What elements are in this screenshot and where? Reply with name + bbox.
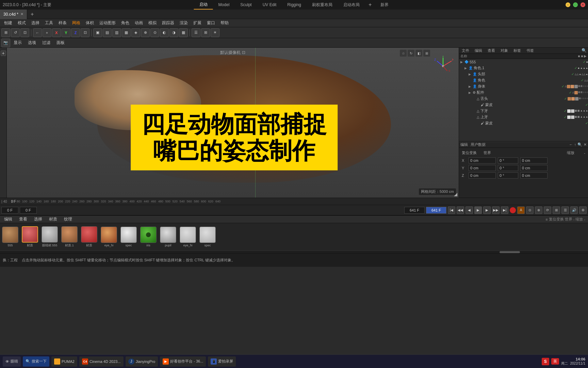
tb-obj9[interactable]: ◑ [169, 28, 178, 37]
menu-tools[interactable]: 工具 [42, 19, 56, 27]
tb-undo[interactable]: ← [33, 28, 42, 37]
transport-settings[interactable]: ⚙ [579, 206, 587, 214]
tree-item-lowertooth[interactable]: △ 下牙 ✓ ▦ ▦ ▲ ▲ ▲ [459, 108, 588, 114]
transport-play[interactable]: ▶ [474, 206, 482, 214]
material-item-spec1[interactable]: spec [120, 227, 137, 247]
material-item-mat2[interactable]: 材质 [80, 226, 98, 248]
tb-grid[interactable]: ▦ [179, 28, 188, 37]
rp-nav-search[interactable]: 🔍 [577, 142, 582, 147]
menu-mograph[interactable]: 运动图形 [97, 19, 118, 27]
tb-obj8[interactable]: ◐ [160, 28, 169, 37]
tab-rigging[interactable]: Rigging [282, 1, 307, 9]
tb-obj4[interactable]: ▦ [122, 28, 131, 37]
transport-next-key[interactable]: ▶ [483, 206, 491, 214]
transport-frame-2[interactable]: 0 F [20, 207, 37, 214]
tb-obj7[interactable]: ⊙ [150, 28, 159, 37]
tb2-camera[interactable]: 📷 [1, 39, 10, 47]
tb-light[interactable]: ☀ [211, 28, 219, 37]
materials-scrollbar[interactable] [0, 250, 588, 253]
tb2-filter[interactable]: 过滤 [39, 39, 53, 47]
tab-model[interactable]: Model [213, 1, 235, 9]
rp-nav-back[interactable]: ← [569, 142, 573, 147]
add-workspace-tab[interactable]: + [365, 2, 375, 8]
transform-y-pos[interactable] [469, 165, 496, 171]
transform-y-scale[interactable] [520, 165, 548, 171]
material-item-eyehi2[interactable]: eye_hi [179, 227, 197, 247]
transport-sound[interactable]: 🔊 [570, 206, 578, 214]
tree-item-555[interactable]: ▶ 🔷 555 ✓ ● [459, 59, 588, 65]
tb-obj5[interactable]: ◈ [131, 28, 140, 37]
tb-y[interactable]: Y [62, 28, 70, 37]
tb-box[interactable]: ⊡ [81, 28, 89, 37]
vc-btn3[interactable]: ◧ [415, 50, 422, 57]
file-tab-close[interactable]: ✕ [20, 12, 23, 16]
taskbar-item-eye[interactable]: 👁 眼睛 [3, 356, 21, 367]
taskbar-item-jianying[interactable]: J JianyingPro [126, 356, 158, 367]
material-item-mat1[interactable]: 材质.1 [61, 226, 78, 248]
material-item-spec2[interactable]: spec [199, 227, 216, 247]
tab-uvedit[interactable]: UV Edit [257, 1, 282, 9]
taskbar-item-haokan[interactable]: ▶ 好看创作平台 - 36... [160, 356, 206, 367]
tb-render[interactable]: ⊞ [201, 28, 210, 37]
left-add-btn[interactable]: + [1, 50, 6, 56]
tree-item-uppertooth[interactable]: △ 上牙 ✓ ▦ ▦ ▲ ▲ ▲ [459, 114, 588, 120]
transport-record[interactable] [510, 207, 516, 213]
material-item-555[interactable]: 555 [1, 227, 19, 247]
tb-z[interactable]: Z [71, 28, 80, 37]
transport-key5[interactable]: ☰ [561, 206, 569, 214]
maximize-button[interactable]: □ [573, 2, 578, 7]
menu-window[interactable]: 窗口 [204, 19, 218, 27]
tb-add[interactable]: + [43, 28, 51, 37]
rp-nav-close[interactable]: ✕ [584, 142, 587, 147]
transform-x-pos[interactable] [469, 157, 496, 164]
transport-key2[interactable]: ⊕ [535, 206, 542, 214]
taskbar-lang[interactable]: 英 [551, 358, 559, 365]
menu-animation[interactable]: 动画 [132, 19, 146, 27]
viewport[interactable]: 默认摄像机 ⊡ X Y Z −Z ☆ ↻ ◧ ⊞ 四足动物面部捕捉 嘴巴的姿态制… [7, 48, 459, 198]
minimize-button[interactable]: − [566, 2, 570, 7]
tb-select-all[interactable]: ⊞ [1, 28, 10, 37]
material-item-pupil[interactable]: pupil [159, 227, 177, 247]
add-file-tab[interactable]: + [27, 11, 37, 17]
transport-key3[interactable]: ⟳ [544, 206, 551, 214]
transform-x-rot[interactable] [498, 157, 518, 164]
tree-item-skin2[interactable]: 🖌 蒙皮 ✓ [459, 120, 588, 126]
menu-mode[interactable]: 模式 [15, 19, 29, 27]
transport-prev-frame[interactable]: ◀◀ [457, 206, 464, 214]
transform-x-scale[interactable] [520, 157, 548, 164]
mat-menu-edit[interactable]: 编辑 [1, 215, 15, 224]
tb-obj3[interactable]: ▥ [112, 28, 121, 37]
tree-item-body[interactable]: ▶ 👤 身体 ✓ △ ⊞ ⊞ ○ ○ ○ [459, 83, 588, 90]
transport-prev-key[interactable]: ◀ [466, 206, 473, 214]
transform-z-rot[interactable] [498, 172, 518, 179]
transport-total1[interactable]: 641 F [404, 207, 425, 214]
menu-extend[interactable]: 扩展 [191, 19, 204, 27]
tb-obj2[interactable]: ▤ [103, 28, 112, 37]
transport-total2[interactable]: 641 F [426, 207, 446, 214]
transport-key1[interactable]: ⊙ [526, 206, 534, 214]
rp-bottom-edit[interactable]: 编辑 [460, 142, 468, 147]
tb-select-rect[interactable]: ⊡ [20, 28, 29, 37]
material-item-mat[interactable]: 材质 [21, 226, 39, 248]
transport-next-frame[interactable]: ▶▶ [492, 206, 500, 214]
rp-tab-object[interactable]: 对象 [499, 48, 509, 53]
transform-z-scale[interactable] [520, 172, 548, 179]
tb-display[interactable]: ☰ [192, 28, 200, 37]
tab-sculpt[interactable]: Sculpt [235, 1, 257, 9]
transform-z-pos[interactable] [469, 172, 496, 179]
taskbar-item-puma[interactable]: PUMA2 [51, 356, 77, 367]
taskbar-item-c4d[interactable]: C4 Cinema 4D 2023... [79, 356, 124, 367]
menu-character[interactable]: 角色 [118, 19, 132, 27]
menu-tracker[interactable]: 跟踪器 [159, 19, 177, 27]
transport-key4[interactable]: ⊞ [553, 206, 560, 214]
tab-weight[interactable]: 刷权重布局 [307, 1, 338, 9]
tb2-options[interactable]: 选项 [25, 39, 39, 47]
transport-to-end[interactable]: ▶| [501, 206, 508, 214]
menu-spline[interactable]: 样条 [56, 19, 69, 27]
close-button[interactable]: ✕ [581, 2, 585, 7]
menu-mesh[interactable]: 网格 [69, 19, 83, 27]
menu-create[interactable]: 刨建 [1, 19, 15, 27]
tb-obj1[interactable]: ▣ [93, 28, 102, 37]
tab-launch[interactable]: 启动 [194, 0, 213, 10]
tb2-display[interactable]: 显示 [11, 39, 24, 47]
